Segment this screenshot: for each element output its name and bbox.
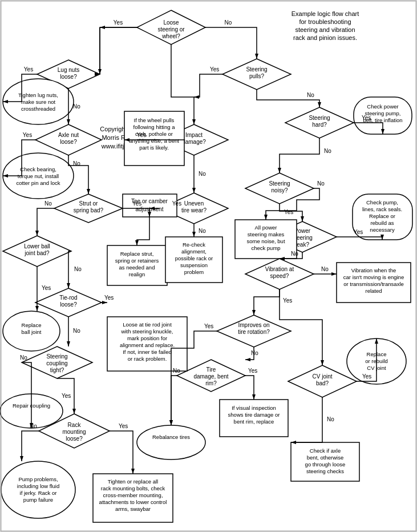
svg-text:with steering knuckle,: with steering knuckle, [121, 328, 173, 334]
svg-text:Yes: Yes [204, 323, 213, 329]
svg-text:wheel?: wheel? [161, 33, 180, 39]
svg-text:suspension: suspension [180, 262, 208, 268]
svg-text:No: No [73, 160, 80, 167]
svg-text:If the wheel pulls: If the wheel pulls [134, 117, 175, 123]
svg-text:Replace or: Replace or [369, 213, 395, 219]
svg-text:Yes: Yes [172, 200, 181, 207]
svg-text:Tie-rod: Tie-rod [59, 295, 77, 301]
svg-text:All power: All power [254, 224, 277, 231]
svg-text:check pump: check pump [251, 245, 280, 251]
svg-text:Steering: Steering [309, 115, 330, 121]
svg-text:No: No [291, 251, 298, 257]
svg-text:Yes: Yes [210, 66, 219, 72]
svg-text:Re-check: Re-check [183, 241, 205, 248]
svg-text:go through loose: go through loose [305, 461, 346, 467]
svg-text:Yes: Yes [137, 132, 146, 138]
svg-text:following hitting a: following hitting a [133, 124, 176, 130]
svg-text:No: No [317, 180, 325, 187]
svg-text:Steering: Steering [246, 66, 267, 72]
svg-text:Impact: Impact [185, 132, 203, 138]
svg-text:Yes: Yes [132, 200, 141, 207]
svg-text:Uneven: Uneven [184, 200, 204, 207]
svg-text:Rebalance tires: Rebalance tires [152, 434, 190, 440]
svg-text:Yes: Yes [248, 368, 257, 374]
svg-text:rebuild as: rebuild as [370, 220, 394, 226]
svg-text:Rack: Rack [68, 422, 82, 428]
svg-text:lines, rack seals.: lines, rack seals. [362, 206, 402, 212]
svg-text:Pump problems,: Pump problems, [18, 476, 58, 482]
svg-text:part is likely.: part is likely. [139, 144, 169, 151]
svg-text:Improves on: Improves on [238, 322, 269, 328]
svg-text:loose?: loose? [60, 74, 77, 80]
svg-text:or transmission/transaxle: or transmission/transaxle [343, 281, 404, 287]
svg-text:bad?: bad? [316, 380, 329, 386]
svg-text:CV joint: CV joint [312, 373, 332, 380]
svg-text:for troubleshooting: for troubleshooting [299, 18, 351, 25]
svg-text:joint bad?: joint bad? [24, 250, 50, 256]
svg-text:bent rim, replace: bent rim, replace [234, 418, 274, 425]
svg-text:Check pump,: Check pump, [366, 199, 398, 205]
svg-text:Yes: Yes [119, 423, 128, 429]
svg-text:mark position for: mark position for [127, 335, 167, 341]
svg-text:car isn't moving is engine: car isn't moving is engine [343, 274, 404, 280]
svg-text:Lug nuts: Lug nuts [58, 67, 79, 73]
svg-text:damage, bent: damage, bent [193, 373, 228, 380]
svg-text:Loose at tie rod joint: Loose at tie rod joint [123, 321, 172, 328]
svg-text:steering and vibration: steering and vibration [295, 26, 355, 33]
svg-text:steering makes: steering makes [248, 231, 285, 237]
svg-text:Replace strut,: Replace strut, [120, 251, 154, 257]
svg-text:No: No [324, 148, 331, 154]
svg-text:No: No [74, 266, 82, 272]
svg-text:necessary: necessary [370, 227, 395, 233]
svg-text:loose?: loose? [60, 139, 77, 145]
svg-text:shows tire damage or: shows tire damage or [228, 412, 280, 418]
svg-text:Check bearing,: Check bearing, [20, 166, 56, 172]
svg-text:Yes: Yes [104, 295, 114, 301]
svg-text:realign: realign [129, 271, 145, 277]
svg-text:No: No [199, 228, 206, 234]
svg-text:some noise, but: some noise, but [246, 238, 285, 244]
svg-text:spring bad?: spring bad? [74, 207, 104, 213]
svg-text:No: No [44, 200, 52, 207]
svg-text:alignment and replace.: alignment and replace. [120, 342, 175, 348]
svg-text:Yes: Yes [62, 393, 71, 399]
svg-text:spring or retainers: spring or retainers [115, 257, 159, 264]
flowchart: Example logic flow chart for troubleshoo… [0, 0, 417, 532]
svg-text:pump failure: pump failure [23, 497, 53, 503]
svg-text:hard?: hard? [312, 122, 327, 128]
svg-text:No: No [321, 266, 329, 272]
svg-text:crossthreaded: crossthreaded [21, 106, 55, 112]
svg-text:Yes: Yes [114, 19, 123, 26]
svg-text:Check power: Check power [367, 103, 398, 110]
svg-text:noisy?: noisy? [272, 187, 288, 194]
svg-text:No: No [73, 103, 80, 110]
svg-text:No: No [30, 423, 37, 429]
svg-text:arms, swaybar: arms, swaybar [115, 506, 151, 512]
svg-text:Yes: Yes [24, 66, 33, 72]
svg-text:Yes: Yes [362, 115, 371, 121]
svg-text:Tire: Tire [207, 366, 216, 373]
svg-text:No: No [73, 328, 80, 334]
svg-text:No: No [327, 416, 334, 422]
svg-text:If not, inner tie failed: If not, inner tie failed [123, 349, 172, 355]
svg-text:ball joint: ball joint [22, 329, 42, 335]
svg-text:possible rack or: possible rack or [175, 255, 213, 261]
svg-text:Yes: Yes [42, 285, 51, 291]
svg-point-149 [137, 425, 205, 460]
svg-text:if jerky. Rack or: if jerky. Rack or [20, 490, 57, 496]
svg-text:pulls?: pulls? [249, 73, 265, 79]
svg-text:Vibration at: Vibration at [265, 266, 294, 272]
svg-text:bent, otherwise: bent, otherwise [307, 454, 343, 461]
svg-text:related: related [365, 288, 382, 294]
svg-text:rim?: rim? [205, 380, 217, 386]
svg-text:If visual inspection: If visual inspection [232, 405, 276, 411]
svg-text:Yes: Yes [23, 132, 32, 138]
svg-text:Tighten or replace all: Tighten or replace all [108, 478, 158, 485]
svg-text:anything else, a bent: anything else, a bent [129, 138, 179, 144]
svg-text:as needed and: as needed and [119, 264, 155, 271]
svg-text:tire wear?: tire wear? [181, 207, 207, 213]
svg-text:tire rotation?: tire rotation? [238, 329, 270, 335]
svg-text:steering checks: steering checks [306, 468, 344, 474]
svg-text:No: No [225, 19, 232, 26]
svg-text:Yes: Yes [362, 373, 371, 380]
